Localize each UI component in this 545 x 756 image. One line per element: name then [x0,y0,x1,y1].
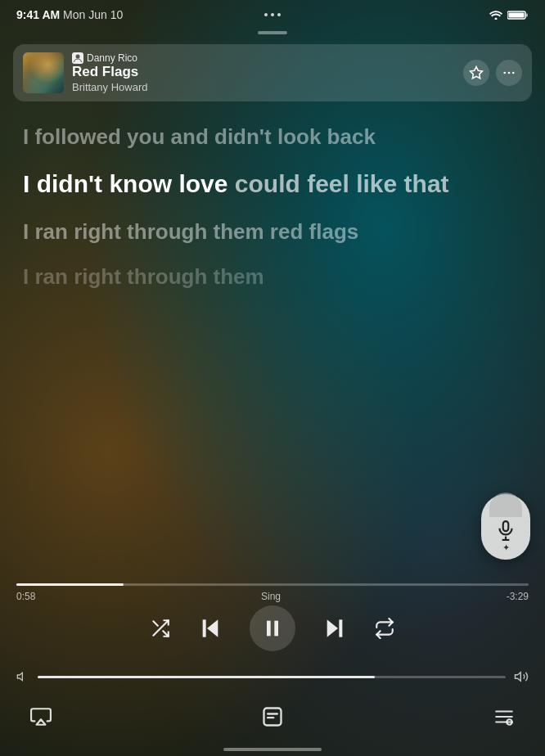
svg-marker-21 [516,673,521,682]
previous-icon [197,615,223,641]
wifi-icon [489,10,502,20]
svg-marker-4 [471,67,483,79]
shuffle-button[interactable] [150,618,171,639]
status-bar: 9:41 AM Mon Jun 10 [0,0,545,29]
airplay-button[interactable] [25,700,57,733]
lyric-active-bold: I didn't know love [23,170,227,197]
progress-remaining: -3:29 [507,591,529,602]
app-container: 9:41 AM Mon Jun 10 [0,0,545,756]
track-user-row: Danny Rico [72,52,455,64]
pause-button[interactable] [250,605,295,651]
track-artist: Brittany Howard [72,81,455,93]
status-dot-3 [277,13,281,16]
status-dot-1 [264,13,268,16]
svg-rect-19 [339,619,342,637]
star-icon [469,65,484,80]
lyric-past: I followed you and didn't look back [23,123,522,151]
drag-indicator [258,31,287,34]
repeat-button[interactable] [374,618,395,639]
pause-icon [261,617,284,640]
svg-rect-1 [526,13,529,16]
svg-rect-17 [274,621,278,637]
sing-mode-button[interactable]: ✦ [481,494,530,560]
volume-slider[interactable] [38,676,506,678]
lyrics-button[interactable] [256,700,289,733]
svg-marker-20 [17,673,22,680]
svg-line-13 [153,621,157,625]
progress-bar[interactable] [16,583,529,586]
svg-rect-15 [203,619,206,637]
svg-point-5 [503,72,506,74]
sparkle-icon: ✦ [502,542,510,553]
status-right [489,10,529,20]
home-indicator [223,748,322,751]
svg-marker-14 [207,619,218,637]
bottom-bar [0,691,545,756]
progress-elapsed: 0:58 [16,591,35,602]
queue-button[interactable] [488,700,520,733]
battery-icon [507,10,529,20]
volume-fill [38,676,375,678]
svg-rect-8 [503,521,509,531]
lyric-future-1: I ran right through them red flags [23,218,522,246]
next-icon [322,615,348,641]
user-icon [72,52,83,64]
progress-mode: Sing [261,591,281,602]
favorite-button[interactable] [463,60,489,86]
queue-icon [493,706,515,727]
svg-rect-16 [267,621,271,637]
svg-marker-22 [37,719,46,725]
album-art [23,52,64,93]
track-title: Red Flags [72,65,455,80]
svg-point-7 [512,72,515,74]
status-time: 9:41 AM Mon Jun 10 [16,8,123,21]
playback-controls [0,605,545,651]
airplay-icon [30,706,52,727]
status-dots [264,13,281,16]
track-username: Danny Rico [87,52,137,64]
progress-section: 0:58 Sing -3:29 [0,583,545,602]
lyric-active-dim: could feel like that [235,170,449,197]
shuffle-icon [150,618,171,639]
volume-section [0,669,545,684]
next-button[interactable] [322,615,348,641]
mic-button-top [489,493,522,517]
volume-low-icon [16,670,29,683]
lyrics-icon [261,705,284,728]
album-art-image [23,52,64,93]
track-info: Danny Rico Red Flags Brittany Howard [72,52,455,93]
status-dot-2 [271,13,274,16]
volume-high-icon [514,669,529,684]
card-actions [463,60,522,86]
svg-point-6 [508,72,511,74]
progress-labels: 0:58 Sing -3:29 [16,591,529,602]
lyrics-container: I followed you and didn't look back I di… [0,106,545,576]
lyric-active: I didn't know love could feel like that [23,168,522,201]
ellipsis-icon [502,65,516,80]
previous-button[interactable] [197,615,223,641]
microphone-icon [495,520,516,541]
svg-marker-18 [327,619,338,637]
more-options-button[interactable] [496,60,522,86]
repeat-icon [374,618,395,639]
svg-rect-2 [509,12,525,17]
lyric-future-2: I ran right through them [23,263,522,291]
svg-point-3 [76,55,80,59]
progress-bar-fill [16,583,124,586]
now-playing-card: Danny Rico Red Flags Brittany Howard [13,44,532,101]
